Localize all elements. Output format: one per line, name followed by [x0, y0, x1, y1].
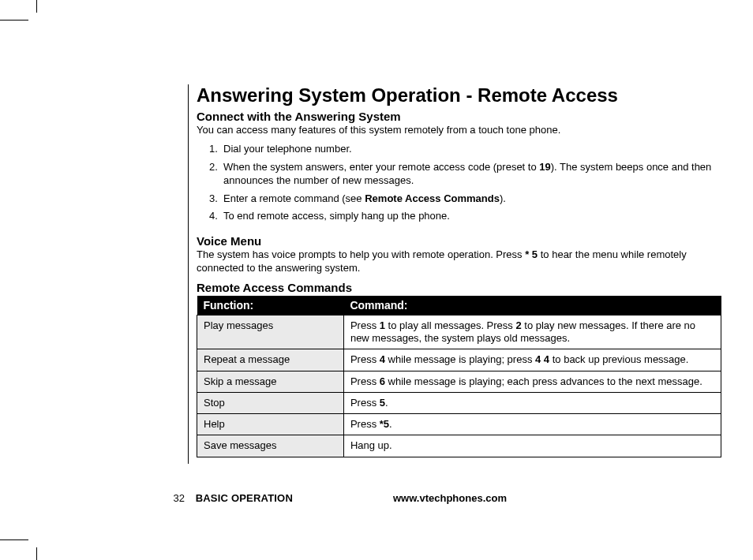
connect-intro: You can access many features of this sys… [197, 124, 721, 136]
footer-site: www.vtechphones.com [393, 492, 507, 504]
voice-body: The system has voice prompts to help you… [197, 248, 721, 274]
command-cell: Press *5. [343, 414, 721, 435]
crop-mark [36, 0, 37, 13]
step-text: Enter a remote command (see [223, 192, 365, 204]
crop-mark [0, 539, 28, 540]
step-text: When the system answers, enter your remo… [223, 161, 539, 173]
commands-table: Function: Command: Play messagesPress 1 … [197, 296, 721, 457]
step-item: To end remote access, simply hang up the… [209, 210, 721, 223]
function-cell: Save messages [197, 435, 344, 457]
table-row: Save messagesHang up. [197, 435, 721, 457]
command-cell: Press 5. [343, 392, 721, 413]
command-cell: Hang up. [343, 435, 721, 457]
step-item: Enter a remote command (see Remote Acces… [209, 192, 721, 206]
page-number: 32 [156, 492, 185, 504]
page-title: Answering System Operation - Remote Acce… [197, 84, 721, 106]
page-frame: Answering System Operation - Remote Acce… [36, 20, 753, 540]
page-footer: 32 BASIC OPERATION www.vtechphones.com [156, 492, 721, 504]
step-text: To end remote access, simply hang up the… [223, 210, 450, 222]
command-cell: Press 1 to play all messages. Press 2 to… [343, 315, 721, 349]
command-cell: Press 4 while message is playing; press … [343, 349, 721, 371]
footer-section-label: BASIC OPERATION [196, 492, 293, 504]
section-heading-voice: Voice Menu [197, 234, 721, 248]
step-item: Dial your telephone number. [209, 143, 721, 156]
step-bold: Remote Access Commands [365, 192, 500, 204]
crop-mark [36, 547, 37, 560]
table-row: Skip a messagePress 6 while message is p… [197, 371, 721, 392]
crop-mark [0, 20, 28, 21]
function-cell: Skip a message [197, 371, 344, 392]
step-text: ). [500, 192, 506, 204]
table-row: StopPress 5. [197, 392, 721, 413]
table-header-command: Command: [343, 296, 721, 315]
voice-bold: * 5 [525, 248, 538, 260]
content-column: Answering System Operation - Remote Acce… [188, 84, 721, 464]
command-cell: Press 6 while message is playing; each p… [343, 371, 721, 392]
steps-list: Dial your telephone number. When the sys… [197, 143, 721, 223]
step-bold: 19 [539, 161, 550, 173]
table-row: HelpPress *5. [197, 414, 721, 435]
table-row: Play messagesPress 1 to play all message… [197, 315, 721, 349]
step-text: Dial your telephone number. [223, 143, 352, 155]
table-row: Repeat a messagePress 4 while message is… [197, 349, 721, 371]
section-heading-commands: Remote Access Commands [197, 281, 721, 294]
step-item: When the system answers, enter your remo… [209, 161, 721, 188]
table-header-function: Function: [197, 296, 344, 315]
function-cell: Repeat a message [197, 349, 344, 371]
section-heading-connect: Connect with the Answering System [197, 110, 721, 123]
function-cell: Help [197, 414, 344, 435]
function-cell: Stop [197, 392, 344, 413]
function-cell: Play messages [197, 315, 344, 349]
voice-text: The system has voice prompts to help you… [197, 248, 525, 260]
